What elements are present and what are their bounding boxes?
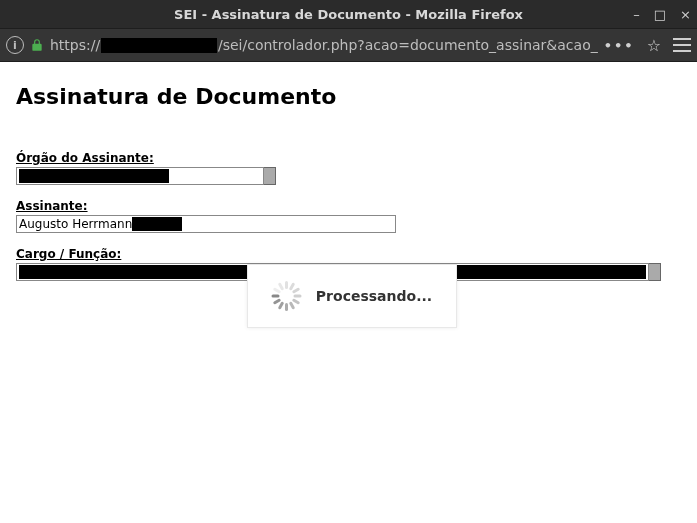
window-close-button[interactable]: ×	[680, 8, 691, 21]
assinante-value-redacted	[132, 217, 182, 231]
assinante-field: Assinante: Augusto Herrmann	[16, 199, 681, 233]
url-bar[interactable]: https:///sei/controlador.php?acao=docume…	[50, 37, 598, 53]
lock-icon	[30, 38, 44, 52]
orgao-label: Órgão do Assinante:	[16, 151, 681, 165]
page-actions-icon[interactable]: •••	[604, 38, 635, 53]
spinner-icon	[272, 281, 302, 311]
orgao-field: Órgão do Assinante:	[16, 151, 681, 185]
site-info-icon[interactable]: i	[6, 36, 24, 54]
navbar-right: ••• ☆	[604, 36, 691, 55]
loading-text: Processando...	[316, 288, 432, 304]
url-redacted-host	[101, 38, 217, 53]
window-titlebar: SEI - Assinatura de Documento - Mozilla …	[0, 0, 697, 28]
url-suffix: /sei/controlador.php?acao=documento_assi…	[218, 37, 598, 53]
orgao-value-redacted	[19, 169, 169, 183]
orgao-select[interactable]	[16, 167, 276, 185]
page-title: Assinatura de Documento	[16, 84, 681, 109]
loading-overlay: Processando...	[247, 264, 457, 328]
window-title: SEI - Assinatura de Documento - Mozilla …	[0, 7, 697, 22]
page-content: Assinatura de Documento Órgão do Assinan…	[0, 62, 697, 523]
orgao-select-value	[16, 167, 264, 185]
cargo-select-button[interactable]	[649, 263, 661, 281]
hamburger-menu-icon[interactable]	[673, 38, 691, 52]
bookmark-star-icon[interactable]: ☆	[647, 36, 661, 55]
orgao-select-button[interactable]	[264, 167, 276, 185]
assinante-value-text: Augusto Herrmann	[19, 217, 132, 231]
browser-navbar: i https:///sei/controlador.php?acao=docu…	[0, 28, 697, 62]
assinante-input-wrap: Augusto Herrmann	[16, 215, 396, 233]
window-minimize-button[interactable]: –	[633, 8, 640, 21]
window-controls: – □ ×	[633, 0, 691, 28]
assinante-input[interactable]: Augusto Herrmann	[16, 215, 396, 233]
assinante-label: Assinante:	[16, 199, 681, 213]
url-prefix: https://	[50, 37, 100, 53]
cargo-label: Cargo / Função:	[16, 247, 681, 261]
window-maximize-button[interactable]: □	[654, 8, 666, 21]
